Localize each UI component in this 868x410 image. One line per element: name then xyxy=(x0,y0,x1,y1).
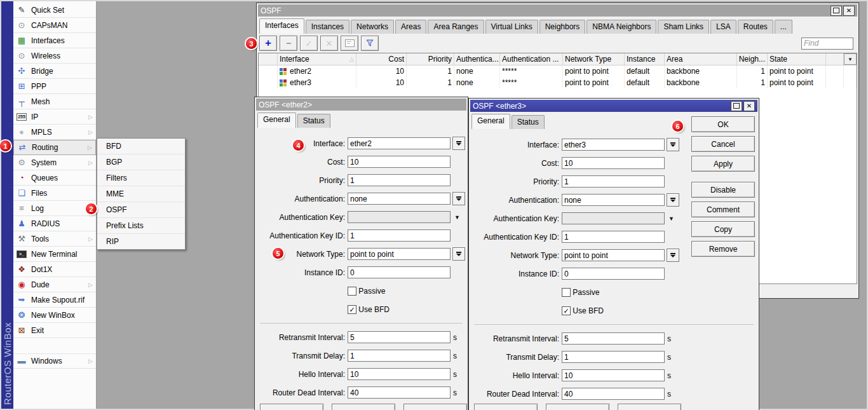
sidebar-item-bridge[interactable]: ✣Bridge xyxy=(13,64,96,79)
submenu-item-ospf[interactable]: OSPF xyxy=(97,202,185,218)
authentication-key-field[interactable] xyxy=(348,211,451,223)
sidebar-item-exit[interactable]: ⊠Exit xyxy=(13,323,96,338)
sidebar-item-windows[interactable]: ▬Windows▷ xyxy=(13,353,96,369)
authentication-field[interactable] xyxy=(562,194,665,206)
tab-areas[interactable]: Areas xyxy=(395,20,426,34)
sidebar-item-new-terminal[interactable]: >_New Terminal xyxy=(13,247,96,262)
close-button[interactable]: ✕ xyxy=(743,101,755,111)
dropdown-button[interactable] xyxy=(452,247,465,261)
sidebar-item-ip[interactable]: 255IP▷ xyxy=(13,109,96,125)
sidebar-item-capsman[interactable]: ⊙CAPsMAN xyxy=(13,18,96,33)
dropdown-button[interactable] xyxy=(667,249,679,262)
comment-button[interactable]: Comment xyxy=(691,202,755,217)
tab-neighbors[interactable]: Neighbors xyxy=(539,20,586,34)
sidebar-item-dot1x[interactable]: ❖Dot1X xyxy=(13,262,96,277)
column-header-area[interactable]: Area xyxy=(665,53,737,65)
sidebar-item-mesh[interactable]: ┬Mesh xyxy=(13,94,96,109)
clipped-button[interactable] xyxy=(546,404,609,410)
clipped-button[interactable] xyxy=(332,404,395,410)
cost-field[interactable] xyxy=(348,156,451,168)
submenu-item-prefix-lists[interactable]: Prefix Lists xyxy=(97,218,185,234)
disable-button[interactable]: Disable xyxy=(691,182,755,198)
network-type-field[interactable] xyxy=(348,248,451,260)
column-options-button[interactable]: ▼ xyxy=(844,53,857,65)
passive-checkbox[interactable] xyxy=(562,288,571,297)
instance-id-field[interactable] xyxy=(348,266,451,278)
clipped-button[interactable] xyxy=(474,404,538,410)
sidebar-item-tools[interactable]: ⚒Tools▷ xyxy=(13,231,96,247)
apply-button[interactable]: Apply xyxy=(691,156,755,172)
column-header-instance[interactable]: Instance xyxy=(625,53,665,65)
use-bfd-checkbox[interactable]: ✓ xyxy=(348,305,356,314)
priority-field[interactable] xyxy=(562,175,665,188)
sidebar-item-queues[interactable]: ◔Queues xyxy=(13,170,96,186)
transmit-delay-field[interactable] xyxy=(562,351,665,363)
instance-id-field[interactable] xyxy=(562,268,665,280)
tab-virtual-links[interactable]: Virtual Links xyxy=(485,20,538,34)
dropdown-arrow-icon[interactable]: ▼ xyxy=(668,215,674,222)
sidebar-item-log[interactable]: ≡Log xyxy=(13,201,96,216)
tab-lsa[interactable]: LSA xyxy=(710,20,736,34)
sidebar-item-wireless[interactable]: ⊙Wireless xyxy=(13,48,96,64)
submenu-item-mme[interactable]: MME xyxy=(97,186,185,202)
interface-field[interactable] xyxy=(562,139,665,151)
close-button[interactable]: ✕ xyxy=(843,6,855,16)
disable-button[interactable]: ✕ xyxy=(320,36,338,51)
dropdown-button[interactable] xyxy=(452,137,465,150)
table-row[interactable]: ether2101none*****point to pointdefaultb… xyxy=(259,65,857,77)
hello-interval-field[interactable] xyxy=(348,368,451,380)
column-header-priority[interactable]: Priority xyxy=(407,53,454,65)
column-header-state[interactable]: State xyxy=(768,53,826,65)
ether2-tab-general[interactable]: General xyxy=(257,113,296,128)
sidebar-item-quick-set[interactable]: ✎Quick Set xyxy=(13,3,96,18)
tab-nbma-neighbors[interactable]: NBMA Neighbors xyxy=(587,20,656,34)
sidebar-item-dude[interactable]: ◉Dude▷ xyxy=(13,277,96,292)
tab-routes[interactable]: Routes xyxy=(738,20,773,34)
sidebar-item-system[interactable]: ⚙System▷ xyxy=(13,155,96,170)
hello-interval-field[interactable] xyxy=(562,369,665,381)
column-header-authentication[interactable]: Authentication ... xyxy=(500,53,563,65)
passive-checkbox[interactable] xyxy=(348,287,356,296)
sidebar-item-interfaces[interactable]: ▦Interfaces xyxy=(13,33,96,48)
tab-sham-links[interactable]: Sham Links xyxy=(658,20,709,34)
ok-button[interactable]: OK xyxy=(691,116,755,132)
authentication-key-id-field[interactable] xyxy=(348,229,451,242)
sidebar-item-ppp[interactable]: ⊞PPP xyxy=(13,79,96,94)
ether2-tab-status[interactable]: Status xyxy=(297,114,330,128)
clipped-button[interactable] xyxy=(403,404,467,410)
copy-button[interactable]: Copy xyxy=(691,221,755,237)
tab-[interactable]: ... xyxy=(775,20,792,34)
ospf-window-titlebar[interactable]: OSPF ✕ xyxy=(258,4,857,17)
column-header-authentica[interactable]: Authentica... xyxy=(454,53,500,65)
retransmit-interval-field[interactable] xyxy=(562,332,665,345)
authentication-key-field[interactable] xyxy=(562,212,665,224)
sidebar-item-mpls[interactable]: ●MPLS▷ xyxy=(13,125,96,140)
network-type-field[interactable] xyxy=(562,249,665,261)
ether3-tab-general[interactable]: General xyxy=(471,114,510,129)
cancel-button[interactable]: Cancel xyxy=(691,136,755,152)
interface-field[interactable] xyxy=(348,137,451,149)
sidebar-item-radius[interactable]: ♟RADIUS xyxy=(13,216,96,231)
retransmit-interval-field[interactable] xyxy=(348,331,451,343)
add-button[interactable]: + xyxy=(259,36,277,51)
sidebar-item-new-winbox[interactable]: ❂New WinBox xyxy=(13,308,96,323)
maximize-button[interactable] xyxy=(831,6,842,16)
authentication-field[interactable] xyxy=(348,193,451,205)
comment-button[interactable] xyxy=(341,36,358,51)
dropdown-arrow-icon[interactable]: ▼ xyxy=(454,214,460,221)
tab-area-ranges[interactable]: Area Ranges xyxy=(428,20,484,34)
clipped-button[interactable] xyxy=(618,404,681,410)
ether3-dialog-titlebar[interactable]: OSPF <ether3>✕ xyxy=(470,100,757,112)
use-bfd-checkbox[interactable]: ✓ xyxy=(562,306,571,315)
submenu-item-rip[interactable]: RIP xyxy=(97,234,185,249)
submenu-item-bgp[interactable]: BGP xyxy=(97,154,185,170)
table-row[interactable]: ether3101none*****point to pointdefaultb… xyxy=(259,77,857,88)
column-header-cost[interactable]: Cost xyxy=(356,53,407,65)
clipped-button[interactable] xyxy=(260,404,323,410)
maximize-button[interactable] xyxy=(731,101,742,111)
tab-interfaces[interactable]: Interfaces xyxy=(259,18,304,34)
dropdown-button[interactable] xyxy=(452,192,465,205)
column-header-interface[interactable]: Interface△ xyxy=(278,53,356,65)
enable-button[interactable]: ✓ xyxy=(300,36,318,51)
tab-instances[interactable]: Instances xyxy=(306,20,349,34)
